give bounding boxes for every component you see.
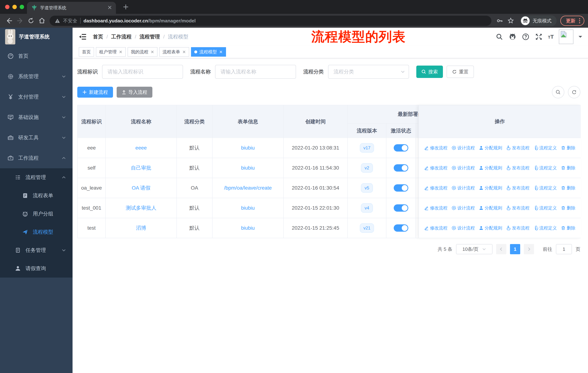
close-icon[interactable] — [151, 50, 154, 54]
publish-action-link[interactable]: 发布流程 — [506, 165, 529, 171]
cell-process-name-link[interactable]: 测试多审批人 — [106, 198, 177, 218]
help-icon[interactable] — [522, 33, 530, 41]
search-button[interactable]: 搜索 — [416, 66, 443, 78]
assign-action-link[interactable]: 分配规则 — [479, 145, 502, 151]
reload-icon[interactable] — [26, 15, 36, 26]
window-controls[interactable] — [5, 5, 24, 9]
address-bar[interactable]: 不安全 dashboard.yudao.iocoder.cn/bpm/manag… — [50, 16, 491, 26]
avatar[interactable] — [559, 30, 573, 44]
tag-process-model[interactable]: 流程模型 — [191, 47, 226, 57]
delete-action-link[interactable]: 删除 — [561, 165, 575, 171]
delete-action-link[interactable]: 删除 — [561, 225, 575, 231]
publish-action-link[interactable]: 发布流程 — [506, 145, 529, 151]
process-key-input[interactable] — [102, 65, 183, 79]
definition-action-link[interactable]: 流程定义 — [534, 225, 557, 231]
create-process-button[interactable]: 新建流程 — [77, 87, 113, 98]
design-action-link[interactable]: 设计流程 — [452, 165, 475, 171]
modify-action-link[interactable]: 修改流程 — [424, 205, 447, 211]
browser-menu-icon[interactable] — [579, 18, 580, 23]
import-process-button[interactable]: 导入流程 — [117, 87, 152, 98]
goto-page-input[interactable] — [556, 244, 572, 254]
page-number-1[interactable]: 1 — [510, 244, 520, 254]
sidebar-item-task-manage[interactable]: 任务管理 — [0, 241, 73, 259]
publish-action-link[interactable]: 发布流程 — [506, 205, 529, 211]
delete-action-link[interactable]: 删除 — [561, 185, 575, 191]
cell-form-info-link[interactable]: /bpm/oa/leave/create — [212, 178, 284, 198]
tag-my-process[interactable]: 我的流程 — [128, 47, 158, 57]
cell-form-info-link[interactable]: biubiu — [212, 198, 284, 218]
collapse-sidebar-icon[interactable] — [78, 32, 87, 41]
page-size-select[interactable]: 10条/页 — [456, 244, 493, 254]
fullscreen-icon[interactable] — [535, 33, 543, 41]
sidebar-item-home[interactable]: 首页 — [0, 46, 73, 66]
activation-toggle[interactable] — [394, 144, 408, 151]
sidebar-item-system[interactable]: 系统管理 — [0, 66, 73, 87]
new-tab-button[interactable] — [122, 3, 130, 11]
back-icon[interactable] — [4, 15, 15, 26]
activation-toggle[interactable] — [394, 204, 408, 212]
publish-action-link[interactable]: 发布流程 — [506, 225, 529, 231]
close-icon[interactable] — [182, 50, 186, 54]
next-page-button[interactable] — [524, 244, 534, 254]
cell-process-name-link[interactable]: OA 请假 — [106, 178, 177, 198]
key-icon[interactable] — [494, 15, 505, 26]
sidebar-item-user-group[interactable]: 用户分组 — [0, 205, 73, 223]
show-search-button[interactable] — [552, 86, 564, 98]
definition-action-link[interactable]: 流程定义 — [534, 185, 557, 191]
refresh-table-button[interactable] — [568, 86, 580, 98]
cell-process-name-link[interactable]: eeee — [106, 138, 177, 158]
definition-action-link[interactable]: 流程定义 — [534, 165, 557, 171]
tag-home[interactable]: 首页 — [79, 47, 94, 57]
update-button[interactable]: 更新 — [560, 16, 584, 26]
cell-form-info-link[interactable]: biubiu — [212, 158, 284, 178]
delete-action-link[interactable]: 删除 — [561, 205, 575, 211]
design-action-link[interactable]: 设计流程 — [452, 205, 475, 211]
design-action-link[interactable]: 设计流程 — [452, 185, 475, 191]
sidebar-item-payment[interactable]: 支付管理 — [0, 87, 73, 107]
incognito-badge[interactable]: 无痕模式 — [520, 15, 557, 26]
sidebar-item-process-model[interactable]: 流程模型 — [0, 223, 73, 241]
publish-action-link[interactable]: 发布流程 — [506, 185, 529, 191]
app-logo[interactable]: 芋道管理系统 — [0, 28, 73, 46]
browser-tab[interactable]: 芋道管理系统 — [27, 2, 116, 14]
prev-page-button[interactable] — [496, 244, 506, 254]
breadcrumb-item[interactable]: 首页 — [93, 33, 103, 40]
breadcrumb-item[interactable]: 流程管理 — [140, 33, 160, 40]
design-action-link[interactable]: 设计流程 — [452, 225, 475, 231]
font-size-icon[interactable]: TT — [548, 34, 554, 40]
tag-tenant[interactable]: 租户管理 — [96, 47, 126, 57]
url-text[interactable]: dashboard.yudao.iocoder.cn/bpm/manager/m… — [84, 18, 196, 24]
assign-action-link[interactable]: 分配规则 — [479, 165, 502, 171]
github-icon[interactable] — [509, 33, 516, 41]
cell-form-info-link[interactable]: biubiu — [212, 138, 284, 158]
modify-action-link[interactable]: 修改流程 — [424, 185, 447, 191]
definition-action-link[interactable]: 流程定义 — [534, 145, 557, 151]
tab-close-icon[interactable] — [108, 5, 112, 10]
sidebar-item-leave-query[interactable]: 请假查询 — [0, 259, 73, 278]
process-category-select[interactable]: 流程分类 — [328, 65, 409, 79]
security-label[interactable]: 不安全 — [63, 18, 77, 24]
assign-action-link[interactable]: 分配规则 — [479, 205, 502, 211]
design-action-link[interactable]: 设计流程 — [452, 145, 475, 151]
process-name-input[interactable] — [215, 65, 296, 79]
home-icon[interactable] — [36, 15, 47, 26]
sidebar-item-process-manage[interactable]: 流程管理 — [0, 168, 73, 186]
close-icon[interactable] — [219, 50, 223, 54]
sidebar-item-workflow[interactable]: 工作流程 — [0, 148, 73, 168]
modify-action-link[interactable]: 修改流程 — [424, 145, 447, 151]
warning-triangle-icon[interactable] — [55, 18, 60, 23]
cell-process-name-link[interactable]: 自己审批 — [106, 158, 177, 178]
maximize-window-button[interactable] — [20, 5, 24, 9]
activation-toggle[interactable] — [394, 164, 408, 171]
breadcrumb-item[interactable]: 工作流程 — [111, 33, 132, 40]
sidebar-item-process-form[interactable]: 流程表单 — [0, 186, 73, 205]
avatar-caret-icon[interactable] — [578, 36, 582, 40]
assign-action-link[interactable]: 分配规则 — [479, 185, 502, 191]
minimize-window-button[interactable] — [12, 5, 17, 9]
tag-process-form[interactable]: 流程表单 — [159, 47, 189, 57]
sidebar-item-devtools[interactable]: 研发工具 — [0, 128, 73, 148]
sidebar-item-infra[interactable]: 基础设施 — [0, 107, 73, 128]
reset-button[interactable]: 重置 — [447, 66, 474, 78]
delete-action-link[interactable]: 删除 — [561, 145, 575, 151]
forward-icon[interactable] — [15, 15, 26, 26]
